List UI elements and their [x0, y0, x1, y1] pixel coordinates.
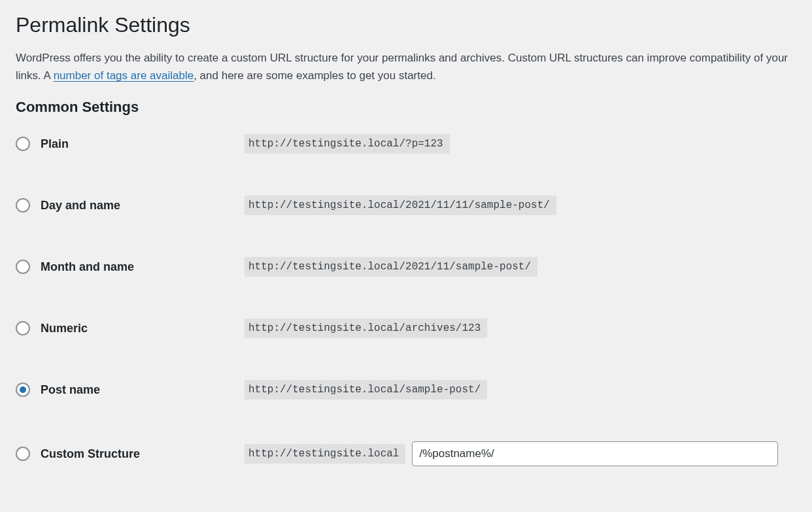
option-example: http://testingsite.local/2021/11/11/samp…	[245, 196, 556, 215]
option-left: Day and name	[16, 198, 245, 213]
option-label: Plain	[41, 137, 69, 151]
custom-structure-input[interactable]	[412, 441, 778, 466]
option-label: Numeric	[41, 322, 88, 335]
option-label: Day and name	[41, 199, 120, 213]
option-label: Post name	[41, 383, 100, 397]
option-left: Custom Structure	[16, 447, 245, 461]
description-text-suffix: , and here are some examples to get you …	[194, 69, 435, 82]
option-example: http://testingsite.local/archives/123	[245, 318, 487, 338]
option-row-month-name: Month and name http://testingsite.local/…	[16, 257, 796, 277]
option-left: Month and name	[16, 260, 245, 274]
tags-available-link[interactable]: number of tags are available	[54, 69, 194, 82]
option-left: Numeric	[16, 321, 245, 335]
option-right: http://testingsite.local/?p=123	[245, 134, 450, 154]
custom-base-url: http://testingsite.local	[245, 444, 405, 464]
option-left: Plain	[16, 137, 245, 151]
common-settings-heading: Common Settings	[16, 99, 796, 116]
radio-day-name[interactable]	[16, 198, 30, 213]
page-description: WordPress offers you the ability to crea…	[16, 49, 796, 84]
option-row-post-name: Post name http://testingsite.local/sampl…	[16, 380, 796, 400]
option-row-custom-structure: Custom Structure http://testingsite.loca…	[16, 441, 796, 466]
option-right: http://testingsite.local/archives/123	[245, 318, 487, 338]
radio-month-name[interactable]	[16, 260, 30, 274]
option-row-numeric: Numeric http://testingsite.local/archive…	[16, 318, 796, 338]
option-example: http://testingsite.local/2021/11/sample-…	[245, 257, 537, 277]
radio-custom-structure[interactable]	[16, 447, 30, 461]
option-right: http://testingsite.local/2021/11/sample-…	[245, 257, 537, 277]
radio-numeric[interactable]	[16, 321, 30, 335]
option-row-day-name: Day and name http://testingsite.local/20…	[16, 196, 796, 215]
page-title: Permalink Settings	[16, 13, 796, 37]
option-right: http://testingsite.local/sample-post/	[245, 380, 487, 400]
option-right: http://testingsite.local	[245, 441, 778, 466]
option-row-plain: Plain http://testingsite.local/?p=123	[16, 134, 796, 154]
option-label: Month and name	[41, 260, 134, 274]
permalink-options-list: Plain http://testingsite.local/?p=123 Da…	[16, 134, 796, 466]
radio-post-name[interactable]	[16, 383, 30, 397]
option-right: http://testingsite.local/2021/11/11/samp…	[245, 196, 556, 215]
radio-plain[interactable]	[16, 137, 30, 151]
option-left: Post name	[16, 383, 245, 397]
option-label: Custom Structure	[41, 447, 140, 461]
option-example: http://testingsite.local/sample-post/	[245, 380, 487, 400]
option-example: http://testingsite.local/?p=123	[245, 134, 450, 154]
